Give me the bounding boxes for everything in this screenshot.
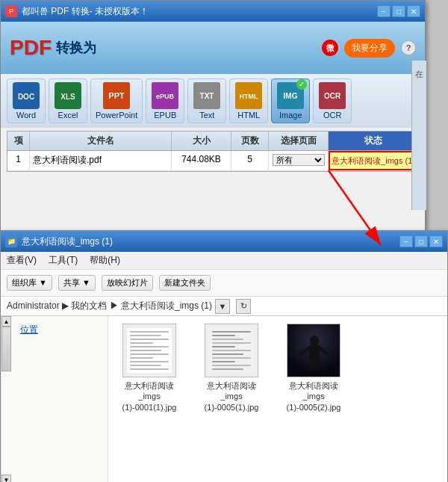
scroll-track — [1, 327, 11, 475]
svg-text:OCR: OCR — [324, 92, 341, 100]
help-button[interactable]: ? — [401, 40, 416, 55]
file-name-1: 意大利语阅读_imgs(1)-0001(1).jpg — [122, 380, 177, 413]
col-pageselect: 选择页面 — [269, 132, 329, 150]
maximize-button[interactable]: □ — [392, 5, 405, 17]
svg-point-19 — [310, 336, 319, 346]
explorer-close[interactable]: ✕ — [429, 235, 443, 247]
toolbar-newfolder[interactable]: 新建文件夹 — [159, 275, 211, 291]
explorer-file-content: 意大利语阅读_imgs(1)-0001(1).jpg — [108, 316, 447, 482]
address-dropdown[interactable]: ▼ — [215, 299, 230, 314]
svg-text:DOC: DOC — [18, 93, 34, 101]
ppt-icon: PPT — [103, 82, 130, 109]
help-icon: ? — [406, 43, 411, 52]
text-label: Text — [199, 111, 214, 120]
ocr-label: OCR — [323, 111, 341, 120]
svg-rect-23 — [309, 359, 314, 371]
sidebar-location[interactable]: 位置 — [17, 322, 102, 338]
refresh-button[interactable]: ↻ — [236, 299, 251, 314]
file-item-1[interactable]: 意大利语阅读_imgs(1)-0001(1).jpg — [116, 324, 183, 413]
pdf-logo-text: PDF — [10, 36, 52, 60]
col-pages: 页数 — [231, 132, 269, 150]
app-logo: PDF 转换为 — [10, 36, 96, 60]
col-status: 状态 — [329, 132, 418, 150]
toolbar-slideshow[interactable]: 放映幻灯片 — [102, 275, 153, 291]
weibo-icon: 微 — [322, 40, 338, 56]
conv-text-button[interactable]: TXT Text — [187, 78, 226, 123]
epub-label: EPUB — [154, 111, 176, 120]
active-checkmark: ✓ — [296, 79, 307, 90]
explorer-window: 📁 意大利语阅读_imgs (1) − □ ✕ 查看(V) 工具(T) 帮助(H… — [0, 230, 448, 482]
toolbar-organize[interactable]: 组织库 ▼ — [7, 275, 52, 291]
explorer-address-bar: Administrator ▶ 我的文档 ▶ 意大利语阅读_imgs (1) ▼… — [1, 297, 447, 316]
conv-html-button[interactable]: HTML HTML — [229, 78, 268, 123]
scroll-up-btn[interactable]: ▲ — [1, 316, 11, 327]
explorer-body: ▲ ▼ 位置 — [1, 316, 447, 482]
conv-image-button[interactable]: IMG ✓ Image — [271, 78, 310, 123]
row-index: 1 — [7, 151, 30, 170]
conv-ocr-button[interactable]: OCR OCR — [313, 78, 352, 123]
svg-rect-24 — [315, 359, 320, 371]
left-scrollbar[interactable]: ▲ ▼ — [1, 316, 11, 482]
dark-image-preview — [287, 324, 340, 377]
page-select-dropdown[interactable]: 所有 — [273, 154, 325, 166]
conv-word-button[interactable]: DOC Word — [7, 78, 46, 123]
menu-help[interactable]: 帮助(H) — [90, 254, 120, 267]
conversion-type-bar: DOC Word XLS Excel PPT PowerPo — [1, 74, 425, 128]
svg-text:XLS: XLS — [60, 93, 75, 101]
svg-text:HTML: HTML — [240, 93, 258, 100]
right-panel: 在 — [411, 61, 426, 210]
share-label2: 共享 ▼ — [63, 277, 90, 288]
image-label: Image — [279, 111, 302, 120]
conv-ppt-button[interactable]: PPT PowerPoint — [90, 78, 143, 123]
word-icon: DOC — [13, 82, 40, 109]
menu-tools[interactable]: 工具(T) — [49, 254, 78, 267]
row-size: 744.08KB — [172, 151, 231, 170]
explorer-sidebar: 位置 — [11, 316, 108, 482]
address-text: Administrator ▶ 我的文档 ▶ 意大利语阅读_imgs (1) — [7, 300, 212, 312]
col-size: 大小 — [172, 132, 231, 150]
explorer-icon: 📁 — [5, 235, 17, 247]
explorer-left: ▲ ▼ 位置 — [1, 316, 108, 482]
doc-preview-2 — [209, 328, 254, 373]
close-button[interactable]: ✕ — [407, 5, 420, 17]
share-button[interactable]: 我要分享 — [344, 39, 395, 58]
word-label: Word — [16, 111, 36, 120]
row-filename: 意大利语阅读.pdf — [30, 151, 172, 170]
file-item-2[interactable]: 意大利语阅读_imgs(1)-0005(1).jpg — [198, 324, 265, 413]
file-thumb-3 — [287, 324, 340, 377]
html-label: HTML — [237, 111, 260, 120]
conv-epub-button[interactable]: ePUB EPUB — [146, 78, 184, 123]
doc-preview-1 — [127, 328, 172, 373]
toolbar-share[interactable]: 共享 ▼ — [58, 275, 96, 291]
explorer-maximize[interactable]: □ — [414, 235, 428, 247]
explorer-title-left: 📁 意大利语阅读_imgs (1) — [5, 235, 113, 248]
file-item-3[interactable]: 意大利语阅读_imgs(1)-0005(2).jpg — [280, 324, 347, 413]
col-index: 项 — [7, 132, 30, 150]
row-pageselect[interactable]: 所有 — [269, 151, 329, 170]
file-name-3: 意大利语阅读_imgs(1)-0005(2).jpg — [287, 380, 341, 413]
explorer-toolbar: 组织库 ▼ 共享 ▼ 放映幻灯片 新建文件夹 — [1, 270, 447, 297]
text-icon: TXT — [193, 82, 220, 109]
scroll-down-btn[interactable]: ▼ — [1, 475, 11, 482]
share-area: 微 我要分享 ? — [322, 39, 416, 58]
window-title: 都叫兽 PDF 转换- 未授权版本！ — [22, 5, 149, 18]
window-controls: − □ ✕ — [377, 5, 420, 17]
html-icon: HTML — [235, 82, 262, 109]
menu-view[interactable]: 查看(V) — [7, 254, 37, 267]
convert-to-label: 转换为 — [56, 39, 96, 57]
conv-excel-button[interactable]: XLS Excel — [49, 78, 87, 123]
newfolder-label: 新建文件夹 — [164, 277, 205, 288]
file-thumb-2 — [205, 324, 258, 377]
organize-label: 组织库 ▼ — [12, 277, 47, 288]
scroll-thumb[interactable] — [1, 327, 11, 371]
minimize-button[interactable]: − — [377, 5, 391, 17]
svg-text:ePUB: ePUB — [156, 93, 175, 100]
explorer-title-text: 意大利语阅读_imgs (1) — [22, 235, 113, 248]
sidebar-location-label: 位置 — [20, 324, 38, 335]
title-bar: P 都叫兽 PDF 转换- 未授权版本！ − □ ✕ — [1, 1, 425, 22]
svg-text:TXT: TXT — [200, 92, 214, 100]
epub-icon: ePUB — [152, 82, 178, 109]
slideshow-label: 放映幻灯片 — [107, 277, 148, 288]
arrow-indicator — [321, 163, 411, 260]
svg-line-17 — [329, 170, 381, 245]
